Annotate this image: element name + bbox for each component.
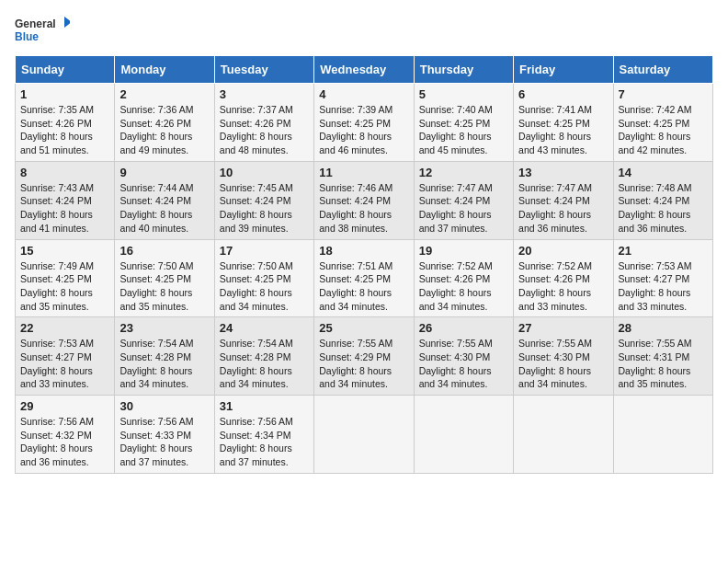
calendar-cell: 25Sunrise: 7:55 AMSunset: 4:29 PMDayligh… <box>314 317 414 396</box>
day-detail: Sunrise: 7:56 AMSunset: 4:32 PMDaylight:… <box>20 415 109 469</box>
day-number: 29 <box>20 399 109 413</box>
calendar-cell: 24Sunrise: 7:54 AMSunset: 4:28 PMDayligh… <box>214 317 313 396</box>
logo: General Blue <box>15 15 70 48</box>
calendar-cell: 21Sunrise: 7:53 AMSunset: 4:27 PMDayligh… <box>613 239 712 317</box>
day-detail: Sunrise: 7:53 AMSunset: 4:27 PMDaylight:… <box>20 337 109 391</box>
day-number: 26 <box>419 321 508 335</box>
day-detail: Sunrise: 7:42 AMSunset: 4:25 PMDaylight:… <box>619 103 708 157</box>
calendar-cell: 16Sunrise: 7:50 AMSunset: 4:25 PMDayligh… <box>115 239 214 317</box>
day-number: 30 <box>119 399 209 413</box>
calendar-week-row: 15Sunrise: 7:49 AMSunset: 4:25 PMDayligh… <box>16 239 713 317</box>
calendar-cell: 8Sunrise: 7:43 AMSunset: 4:24 PMDaylight… <box>16 161 115 239</box>
day-number: 16 <box>119 244 209 258</box>
calendar-cell <box>514 396 613 474</box>
day-number: 27 <box>518 321 608 335</box>
calendar-week-row: 22Sunrise: 7:53 AMSunset: 4:27 PMDayligh… <box>16 317 713 396</box>
calendar-cell: 5Sunrise: 7:40 AMSunset: 4:25 PMDaylight… <box>414 84 513 162</box>
calendar-cell <box>613 396 712 474</box>
day-number: 8 <box>20 166 109 179</box>
calendar-cell: 9Sunrise: 7:44 AMSunset: 4:24 PMDaylight… <box>115 161 214 239</box>
calendar-cell: 3Sunrise: 7:37 AMSunset: 4:26 PMDaylight… <box>214 84 313 162</box>
day-number: 12 <box>419 166 508 179</box>
day-number: 6 <box>518 87 608 101</box>
header-thursday: Thursday <box>414 56 513 84</box>
svg-marker-2 <box>64 17 70 28</box>
day-number: 28 <box>619 321 708 335</box>
svg-text:General: General <box>15 17 56 30</box>
day-detail: Sunrise: 7:50 AMSunset: 4:25 PMDaylight:… <box>119 259 209 314</box>
day-detail: Sunrise: 7:55 AMSunset: 4:31 PMDaylight:… <box>619 337 708 391</box>
calendar-cell: 1Sunrise: 7:35 AMSunset: 4:26 PMDaylight… <box>16 84 115 162</box>
header-wednesday: Wednesday <box>314 56 414 84</box>
calendar-week-row: 29Sunrise: 7:56 AMSunset: 4:32 PMDayligh… <box>16 396 713 474</box>
day-detail: Sunrise: 7:37 AMSunset: 4:26 PMDaylight:… <box>220 103 309 157</box>
day-number: 10 <box>220 166 309 179</box>
calendar-cell: 2Sunrise: 7:36 AMSunset: 4:26 PMDaylight… <box>115 84 214 162</box>
day-number: 15 <box>20 244 109 258</box>
day-number: 17 <box>220 244 309 258</box>
day-number: 13 <box>518 166 608 179</box>
day-number: 22 <box>20 321 109 335</box>
calendar-header-row: SundayMondayTuesdayWednesdayThursdayFrid… <box>16 56 713 84</box>
calendar-cell <box>314 396 414 474</box>
day-detail: Sunrise: 7:47 AMSunset: 4:24 PMDaylight:… <box>419 181 508 236</box>
calendar-cell: 15Sunrise: 7:49 AMSunset: 4:25 PMDayligh… <box>16 239 115 317</box>
day-detail: Sunrise: 7:47 AMSunset: 4:24 PMDaylight:… <box>518 181 608 236</box>
day-number: 18 <box>319 244 408 258</box>
logo-svg: General Blue <box>15 15 70 48</box>
day-detail: Sunrise: 7:40 AMSunset: 4:25 PMDaylight:… <box>419 103 508 157</box>
day-detail: Sunrise: 7:52 AMSunset: 4:26 PMDaylight:… <box>419 259 508 314</box>
calendar-cell: 31Sunrise: 7:56 AMSunset: 4:34 PMDayligh… <box>214 396 313 474</box>
day-number: 21 <box>619 244 708 258</box>
day-number: 20 <box>518 244 608 258</box>
svg-text:Blue: Blue <box>15 30 39 43</box>
calendar-week-row: 8Sunrise: 7:43 AMSunset: 4:24 PMDaylight… <box>16 161 713 239</box>
calendar-week-row: 1Sunrise: 7:35 AMSunset: 4:26 PMDaylight… <box>16 84 713 162</box>
calendar-cell: 6Sunrise: 7:41 AMSunset: 4:25 PMDaylight… <box>514 84 613 162</box>
day-detail: Sunrise: 7:55 AMSunset: 4:29 PMDaylight:… <box>319 337 408 391</box>
day-number: 23 <box>119 321 209 335</box>
day-number: 1 <box>20 87 109 101</box>
day-number: 11 <box>319 166 408 179</box>
day-detail: Sunrise: 7:54 AMSunset: 4:28 PMDaylight:… <box>119 337 209 391</box>
day-detail: Sunrise: 7:56 AMSunset: 4:33 PMDaylight:… <box>119 415 209 469</box>
day-number: 25 <box>319 321 408 335</box>
day-detail: Sunrise: 7:55 AMSunset: 4:30 PMDaylight:… <box>419 337 508 391</box>
day-detail: Sunrise: 7:46 AMSunset: 4:24 PMDaylight:… <box>319 181 408 236</box>
day-number: 7 <box>619 87 708 101</box>
calendar-cell: 18Sunrise: 7:51 AMSunset: 4:25 PMDayligh… <box>314 239 414 317</box>
header-monday: Monday <box>115 56 214 84</box>
calendar-cell: 7Sunrise: 7:42 AMSunset: 4:25 PMDaylight… <box>613 84 712 162</box>
day-number: 9 <box>119 166 209 179</box>
calendar-cell: 28Sunrise: 7:55 AMSunset: 4:31 PMDayligh… <box>613 317 712 396</box>
day-detail: Sunrise: 7:45 AMSunset: 4:24 PMDaylight:… <box>220 181 309 236</box>
day-number: 5 <box>419 87 508 101</box>
calendar-cell: 10Sunrise: 7:45 AMSunset: 4:24 PMDayligh… <box>214 161 313 239</box>
day-number: 24 <box>220 321 309 335</box>
calendar-cell: 26Sunrise: 7:55 AMSunset: 4:30 PMDayligh… <box>414 317 513 396</box>
calendar-cell: 13Sunrise: 7:47 AMSunset: 4:24 PMDayligh… <box>514 161 613 239</box>
header-friday: Friday <box>514 56 613 84</box>
day-number: 3 <box>220 87 309 101</box>
day-detail: Sunrise: 7:49 AMSunset: 4:25 PMDaylight:… <box>20 259 109 314</box>
calendar-cell: 17Sunrise: 7:50 AMSunset: 4:25 PMDayligh… <box>214 239 313 317</box>
day-detail: Sunrise: 7:39 AMSunset: 4:25 PMDaylight:… <box>319 103 408 157</box>
day-detail: Sunrise: 7:53 AMSunset: 4:27 PMDaylight:… <box>619 259 708 314</box>
header-saturday: Saturday <box>613 56 712 84</box>
calendar-cell: 27Sunrise: 7:55 AMSunset: 4:30 PMDayligh… <box>514 317 613 396</box>
calendar-cell: 23Sunrise: 7:54 AMSunset: 4:28 PMDayligh… <box>115 317 214 396</box>
calendar-cell: 19Sunrise: 7:52 AMSunset: 4:26 PMDayligh… <box>414 239 513 317</box>
day-detail: Sunrise: 7:52 AMSunset: 4:26 PMDaylight:… <box>518 259 608 314</box>
day-detail: Sunrise: 7:51 AMSunset: 4:25 PMDaylight:… <box>319 259 408 314</box>
calendar-cell: 11Sunrise: 7:46 AMSunset: 4:24 PMDayligh… <box>314 161 414 239</box>
calendar-cell: 20Sunrise: 7:52 AMSunset: 4:26 PMDayligh… <box>514 239 613 317</box>
day-detail: Sunrise: 7:55 AMSunset: 4:30 PMDaylight:… <box>518 337 608 391</box>
header-tuesday: Tuesday <box>214 56 313 84</box>
day-number: 31 <box>220 399 309 413</box>
calendar-cell: 29Sunrise: 7:56 AMSunset: 4:32 PMDayligh… <box>16 396 115 474</box>
calendar-cell: 14Sunrise: 7:48 AMSunset: 4:24 PMDayligh… <box>613 161 712 239</box>
header: General Blue <box>15 15 713 48</box>
day-detail: Sunrise: 7:48 AMSunset: 4:24 PMDaylight:… <box>619 181 708 236</box>
calendar-cell: 4Sunrise: 7:39 AMSunset: 4:25 PMDaylight… <box>314 84 414 162</box>
day-detail: Sunrise: 7:43 AMSunset: 4:24 PMDaylight:… <box>20 181 109 236</box>
